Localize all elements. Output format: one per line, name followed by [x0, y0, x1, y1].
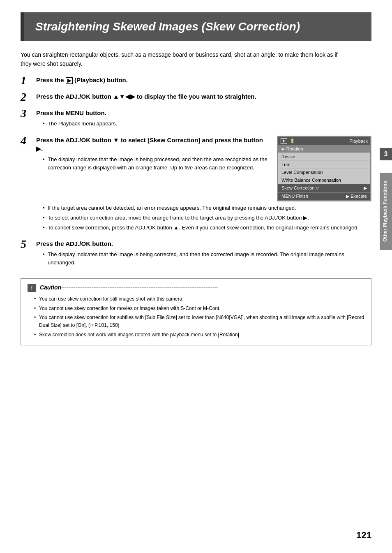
- playback-menu-header: ▶ 🔋 Playback: [278, 137, 370, 145]
- caution-bullets: You can use skew correction for still im…: [34, 295, 364, 338]
- step-5: 5 Press the ADJ./OK button. The display …: [21, 239, 371, 268]
- caution-title: Caution: [40, 284, 61, 291]
- caution-divider: ----------------------------------------…: [61, 285, 218, 291]
- footer-left: MENU Finish: [281, 194, 308, 199]
- step-2-number: 2: [21, 91, 36, 103]
- step-1-content: Press the ▶ (Playback) button.: [36, 76, 371, 84]
- menu-item-wb: White Balance Compensation: [278, 176, 370, 184]
- menu-item-skew: Skew Correction ▽ ▶: [278, 184, 370, 192]
- caution-header: ! Caution-------------------------------…: [28, 284, 364, 292]
- playback-menu-footer: MENU Finish ▶ Execute: [278, 192, 370, 200]
- page-header: Straightening Skewed Images (Skew Correc…: [21, 12, 371, 41]
- step-4-bullet-1: The display indicates that the image is …: [43, 155, 269, 172]
- step-1-number: 1: [21, 75, 36, 86]
- menu-item-rotation-icon: ■◦: [281, 147, 285, 151]
- step-3-content: Press the MENU button. The Playback menu…: [36, 109, 371, 130]
- step-2-title: Press the ADJ./OK button ▲▼◀▶ to display…: [36, 92, 371, 101]
- step-2: 2 Press the ADJ./OK button ▲▼◀▶ to displ…: [21, 92, 371, 103]
- skew-arrow: ▶: [364, 185, 367, 191]
- step-2-content: Press the ADJ./OK button ▲▼◀▶ to display…: [36, 92, 371, 101]
- sidebar-chapter-label: Other Playback Functions: [380, 173, 392, 250]
- sidebar-chapter-number: 3: [380, 148, 392, 160]
- caution-bullet-4: Skew correction does not work with image…: [34, 331, 364, 339]
- step-4-bullet-3: To select another correction area, move …: [43, 214, 371, 222]
- playback-menu: ▶ 🔋 Playback ■◦ Rotation Resize Trim Lev: [277, 136, 371, 201]
- caution-bullet-2: You cannot use skew correction for movie…: [34, 305, 364, 312]
- step-3: 3 Press the MENU button. The Playback me…: [21, 109, 371, 130]
- step-1-title: Press the ▶ (Playback) button.: [36, 76, 371, 84]
- step-5-bullets: The display indicates that the image is …: [43, 250, 371, 267]
- caution-icon: !: [28, 284, 36, 292]
- intro-paragraph: You can straighten rectangular objects, …: [21, 50, 341, 69]
- menu-item-rotation: ■◦ Rotation: [278, 145, 370, 153]
- step-5-content: Press the ADJ./OK button. The display in…: [36, 239, 371, 268]
- step-4-bullets: The display indicates that the image is …: [43, 155, 269, 172]
- menu-header-separator: 🔋: [290, 139, 295, 143]
- footer-right: ▶ Execute: [346, 194, 367, 199]
- step-5-number: 5: [21, 238, 36, 250]
- playback-label: Playback: [349, 139, 368, 143]
- menu-item-trim: Trim: [278, 161, 370, 169]
- menu-item-resize: Resize: [278, 153, 370, 161]
- step-4-text: Press the ADJ./OK button ▼ to select [Sk…: [36, 136, 269, 174]
- step-4-layout: Press the ADJ./OK button ▼ to select [Sk…: [36, 136, 371, 201]
- step-3-title: Press the MENU button.: [36, 109, 371, 117]
- step-5-bullet-1: The display indicates that the image is …: [43, 250, 371, 267]
- step-5-title: Press the ADJ./OK button.: [36, 239, 371, 248]
- step-4: 4 Press the ADJ./OK button ▼ to select […: [21, 136, 371, 234]
- page-title: Straightening Skewed Images (Skew Correc…: [35, 20, 363, 34]
- step-4-title: Press the ADJ./OK button ▼ to select [Sk…: [36, 136, 269, 153]
- step-1: 1 Press the ▶ (Playback) button.: [21, 76, 371, 86]
- step-4-extra-bullets: If the target area cannot be detected, a…: [43, 204, 371, 232]
- menu-item-level: Level Compensation: [278, 169, 370, 176]
- playback-menu-screenshot: ▶ 🔋 Playback ■◦ Rotation Resize Trim Lev: [277, 136, 371, 201]
- step-3-bullet-1: The Playback menu appears.: [43, 120, 371, 128]
- step-3-number: 3: [21, 108, 36, 119]
- playback-icon: ▶: [281, 138, 287, 144]
- page-container: Straightening Skewed Images (Skew Correc…: [0, 0, 392, 553]
- caution-bullet-1: You can use skew correction for still im…: [34, 295, 364, 303]
- playback-menu-items: ■◦ Rotation Resize Trim Level Compensati…: [278, 145, 370, 192]
- step-4-number: 4: [21, 135, 36, 146]
- caution-bullet-3: You cannot use skew correction for subfi…: [34, 314, 364, 329]
- caution-box: ! Caution-------------------------------…: [21, 278, 371, 345]
- step-4-content: Press the ADJ./OK button ▼ to select [Sk…: [36, 136, 371, 234]
- skew-label: Skew Correction ▽: [281, 185, 319, 190]
- page-number: 121: [356, 530, 371, 541]
- step-4-bullet-2: If the target area cannot be detected, a…: [43, 204, 371, 212]
- step-4-bullet-4: To cancel skew correction, press the ADJ…: [43, 224, 371, 232]
- step-3-bullets: The Playback menu appears.: [43, 120, 371, 128]
- menu-header-icons: ▶ 🔋: [281, 138, 295, 144]
